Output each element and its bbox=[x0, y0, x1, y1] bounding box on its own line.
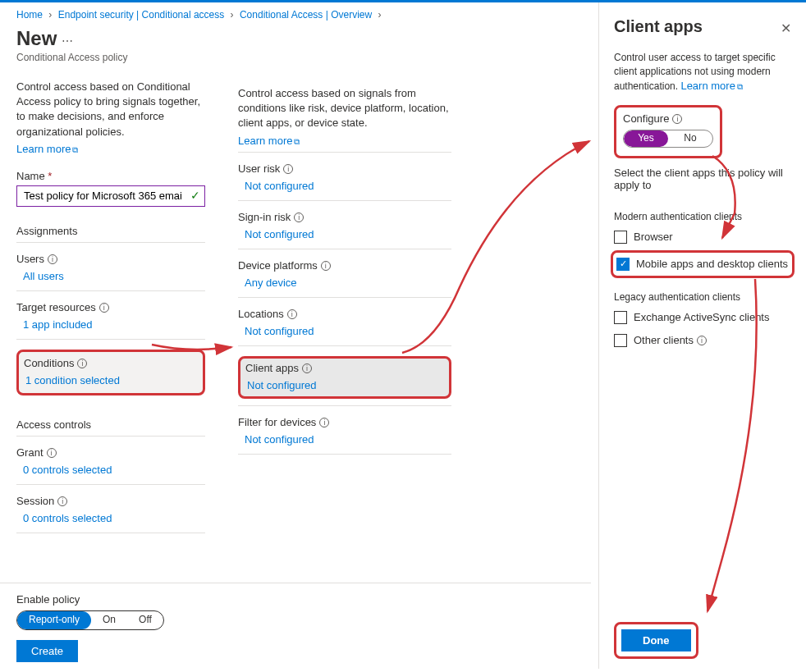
apply-to-text: Select the client apps this policy will … bbox=[614, 167, 791, 191]
modern-auth-label: Modern authentication clients bbox=[614, 211, 791, 222]
session-label: Sessioni bbox=[16, 495, 205, 507]
legacy-auth-label: Legacy authentication clients bbox=[614, 291, 791, 303]
toggle-yes[interactable]: Yes bbox=[624, 130, 668, 147]
conditions-highlighted[interactable]: Conditionsi 1 condition selected bbox=[16, 350, 205, 395]
filter-devices-label: Filter for devicesi bbox=[238, 416, 451, 428]
user-risk-label: User riski bbox=[238, 162, 451, 175]
info-icon[interactable]: i bbox=[57, 496, 67, 506]
checkbox-icon bbox=[614, 311, 627, 324]
panel-description: Control user access to target specific c… bbox=[614, 51, 791, 94]
client-apps-panel: Client apps ✕ Control user access to tar… bbox=[598, 2, 806, 669]
info-icon[interactable]: i bbox=[47, 448, 57, 458]
exchange-checkbox[interactable]: Exchange ActiveSync clients bbox=[614, 311, 791, 324]
page-title: New bbox=[16, 27, 57, 50]
learn-more-link[interactable]: Learn more⧉ bbox=[680, 80, 742, 92]
checkbox-checked-icon: ✓ bbox=[616, 258, 630, 271]
name-label: Name * bbox=[16, 170, 205, 182]
toggle-on[interactable]: On bbox=[91, 611, 127, 629]
info-icon[interactable]: i bbox=[287, 309, 297, 319]
done-highlighted: Done bbox=[614, 622, 698, 659]
info-icon[interactable]: i bbox=[321, 261, 331, 271]
enable-policy-label: Enable policy bbox=[16, 593, 575, 606]
checkbox-icon bbox=[614, 231, 627, 244]
grant-value[interactable]: 0 controls selected bbox=[16, 464, 205, 476]
browser-checkbox[interactable]: Browser bbox=[614, 231, 791, 244]
learn-more-link[interactable]: Learn more⧉ bbox=[16, 143, 78, 155]
chevron-icon: › bbox=[231, 9, 234, 21]
mid-description: Control access based on signals from con… bbox=[238, 86, 451, 131]
target-value[interactable]: 1 app included bbox=[16, 318, 205, 331]
configure-toggle[interactable]: Yes No bbox=[623, 130, 713, 148]
info-icon[interactable]: i bbox=[48, 254, 57, 264]
conditions-label: Conditionsi bbox=[19, 357, 196, 369]
panel-title: Client apps bbox=[614, 17, 703, 36]
page-subtitle: Conditional Access policy bbox=[16, 52, 205, 63]
chevron-icon: › bbox=[48, 9, 52, 21]
mobile-apps-checkbox[interactable]: ✓ Mobile apps and desktop clients bbox=[616, 258, 789, 271]
external-icon: ⧉ bbox=[72, 145, 78, 154]
breadcrumb-endpoint[interactable]: Endpoint security | Conditional access bbox=[58, 9, 225, 21]
info-icon[interactable]: i bbox=[294, 213, 304, 222]
client-apps-highlighted[interactable]: Client appsi Not configured bbox=[238, 356, 451, 399]
external-icon: ⧉ bbox=[737, 82, 743, 91]
create-button[interactable]: Create bbox=[16, 640, 78, 662]
info-icon[interactable]: i bbox=[319, 418, 329, 427]
info-icon[interactable]: i bbox=[697, 336, 707, 345]
session-value[interactable]: 0 controls selected bbox=[16, 512, 205, 524]
breadcrumb-overview[interactable]: Conditional Access | Overview bbox=[240, 9, 372, 21]
grant-label: Granti bbox=[16, 446, 205, 459]
mobile-highlighted: ✓ Mobile apps and desktop clients bbox=[611, 250, 795, 278]
info-icon[interactable]: i bbox=[672, 114, 682, 124]
learn-more-link[interactable]: Learn more⧉ bbox=[238, 135, 300, 147]
checkbox-icon bbox=[614, 334, 627, 347]
locations-value[interactable]: Not configured bbox=[238, 325, 451, 337]
target-label: Target resourcesi bbox=[16, 301, 205, 313]
more-icon[interactable]: ⋯ bbox=[62, 34, 73, 48]
device-platforms-label: Device platformsi bbox=[238, 259, 451, 272]
toggle-report-only[interactable]: Report-only bbox=[17, 611, 91, 629]
check-icon: ✓ bbox=[190, 189, 200, 202]
other-clients-checkbox[interactable]: Other clients i bbox=[614, 334, 791, 347]
info-icon[interactable]: i bbox=[302, 363, 312, 373]
name-input[interactable] bbox=[16, 185, 205, 207]
assignments-header: Assignments bbox=[16, 225, 205, 243]
info-icon[interactable]: i bbox=[99, 303, 109, 313]
users-value[interactable]: All users bbox=[16, 270, 205, 282]
configure-label: Configurei bbox=[623, 112, 713, 125]
client-apps-value[interactable]: Not configured bbox=[240, 379, 444, 391]
filter-devices-value[interactable]: Not configured bbox=[238, 433, 451, 446]
chevron-icon: › bbox=[378, 9, 381, 21]
info-icon[interactable]: i bbox=[77, 359, 87, 368]
external-icon: ⧉ bbox=[294, 137, 300, 146]
bottom-bar: Enable policy Report-only On Off Create bbox=[0, 583, 591, 672]
conditions-value[interactable]: 1 condition selected bbox=[19, 374, 196, 386]
signin-risk-label: Sign-in riski bbox=[238, 211, 451, 223]
toggle-off[interactable]: Off bbox=[127, 611, 163, 629]
left-description: Control access based on Conditional Acce… bbox=[16, 80, 205, 139]
breadcrumb-home[interactable]: Home bbox=[16, 9, 43, 21]
access-controls-header: Access controls bbox=[16, 418, 205, 437]
configure-highlighted: Configurei Yes No bbox=[614, 105, 722, 158]
info-icon[interactable]: i bbox=[283, 164, 293, 174]
close-icon[interactable]: ✕ bbox=[781, 21, 791, 36]
done-button[interactable]: Done bbox=[621, 629, 691, 651]
client-apps-label: Client appsi bbox=[240, 362, 444, 374]
device-platforms-value[interactable]: Any device bbox=[238, 277, 451, 289]
users-label: Usersi bbox=[16, 253, 205, 265]
signin-risk-value[interactable]: Not configured bbox=[238, 228, 451, 240]
toggle-no[interactable]: No bbox=[668, 130, 712, 147]
user-risk-value[interactable]: Not configured bbox=[238, 180, 451, 192]
enable-policy-toggle[interactable]: Report-only On Off bbox=[16, 610, 164, 630]
locations-label: Locationsi bbox=[238, 308, 451, 320]
